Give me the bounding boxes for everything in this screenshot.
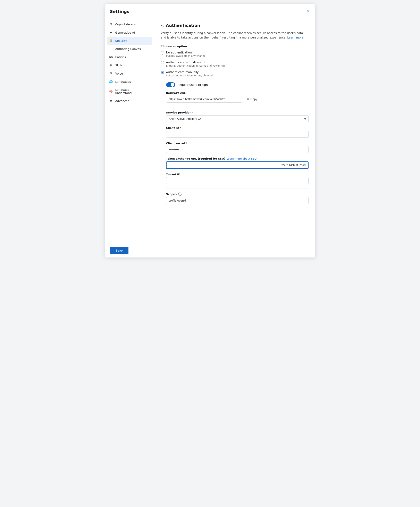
- sidebar-item-languages[interactable]: 🌐Languages: [107, 78, 152, 86]
- microsoft-auth-subtitle: Entra ID authentication in Teams and Pow…: [166, 64, 226, 67]
- skills-icon: ⊕: [109, 63, 113, 67]
- client-secret-input[interactable]: [166, 146, 309, 153]
- no-auth-subtitle: Publicly available in any channel: [166, 55, 206, 57]
- sidebar-item-security[interactable]: 🔒Security: [107, 37, 152, 45]
- client-id-label: Client ID *: [166, 127, 309, 129]
- no-auth-label: No authentication: [166, 51, 206, 54]
- manual-auth-radio[interactable]: [161, 71, 164, 74]
- toggle-slider: [166, 82, 175, 87]
- redirect-url-input[interactable]: [166, 96, 242, 103]
- tenant-id-input[interactable]: [166, 177, 309, 184]
- entities-icon: ab: [109, 55, 113, 59]
- service-provider-label: Service provider *: [166, 111, 309, 114]
- token-exchange-label-row: Token exchange URL (required for SSO) Le…: [166, 157, 309, 160]
- microsoft-auth-label: Authenticate with Microsoft: [166, 61, 226, 64]
- sidebar-label-copilot-details: Copilot details: [115, 23, 136, 26]
- sidebar-item-advanced[interactable]: ≡Advanced: [107, 97, 152, 105]
- client-secret-required-star: *: [186, 142, 187, 145]
- sidebar-label-skills: Skills: [115, 64, 123, 67]
- authoring-canvas-icon: ⊞: [109, 47, 113, 51]
- scopes-divider: [166, 188, 309, 189]
- token-exchange-url-field: Token exchange URL (required for SSO) Le…: [166, 157, 309, 169]
- sidebar-item-generative-ai[interactable]: ✦Generative AI: [107, 29, 152, 36]
- sidebar-label-languages: Languages: [115, 80, 131, 83]
- sidebar-label-authoring-canvas: Authoring Canvas: [115, 47, 141, 51]
- content-area: ⚙Copilot details✦Generative AI🔒Security⊞…: [105, 18, 315, 243]
- language-understanding-icon: 🧠: [109, 90, 113, 93]
- manual-auth-subtitle: Set up authentication for any channel: [166, 74, 213, 77]
- settings-window: Settings × ⚙Copilot details✦Generative A…: [105, 4, 315, 258]
- scopes-field: Scopes i: [166, 193, 309, 204]
- copilot-details-icon: ⚙: [109, 22, 113, 26]
- sidebar-label-advanced: Advanced: [115, 99, 129, 103]
- tenant-id-label: Tenant ID: [166, 173, 309, 176]
- no-auth-radio[interactable]: [161, 51, 164, 55]
- auth-options: No authentication Publicly available in …: [161, 51, 309, 208]
- client-secret-field: Client secret *: [166, 142, 309, 153]
- scopes-input[interactable]: [166, 197, 309, 204]
- copy-button[interactable]: ⧉ Copy: [244, 96, 261, 102]
- toggle-label: Require users to sign in: [178, 83, 211, 86]
- window-title: Settings: [110, 9, 129, 14]
- title-bar: Settings ×: [105, 4, 315, 18]
- sidebar-label-voice: Voice: [115, 72, 123, 75]
- sso-learn-more-link[interactable]: Learn more about SSO: [227, 157, 257, 160]
- service-provider-field: Service provider * Azure Active Director…: [166, 111, 309, 122]
- client-secret-label: Client secret *: [166, 142, 309, 145]
- sidebar-item-copilot-details[interactable]: ⚙Copilot details: [107, 21, 152, 28]
- required-star: *: [192, 111, 193, 114]
- sidebar-item-authoring-canvas[interactable]: ⊞Authoring Canvas: [107, 45, 152, 53]
- learn-more-link[interactable]: Learn more: [287, 36, 304, 39]
- back-arrow[interactable]: <: [161, 23, 164, 28]
- client-id-field: Client ID *: [166, 127, 309, 138]
- manual-auth-option[interactable]: Authenticate manually Set up authenticat…: [161, 70, 309, 77]
- token-exchange-url-input[interactable]: [166, 162, 309, 169]
- manual-auth-label: Authenticate manually: [166, 70, 213, 74]
- sidebar-item-voice[interactable]: 🎙Voice: [107, 70, 152, 77]
- advanced-icon: ≡: [109, 99, 113, 103]
- close-button[interactable]: ×: [306, 8, 310, 14]
- microsoft-auth-radio[interactable]: [161, 61, 164, 64]
- save-button[interactable]: Save: [110, 247, 128, 254]
- page-title: Authentication: [166, 23, 200, 28]
- sidebar-item-entities[interactable]: abEntities: [107, 53, 152, 61]
- manual-auth-section: Require users to sign in Redirect URL ⧉ …: [166, 82, 309, 208]
- token-exchange-label: Token exchange URL (required for SSO): [166, 157, 225, 160]
- voice-icon: 🎙: [109, 72, 113, 75]
- toggle-row: Require users to sign in: [166, 82, 309, 87]
- client-id-input[interactable]: [166, 131, 309, 138]
- scopes-info-icon[interactable]: i: [178, 193, 182, 196]
- sidebar-label-generative-ai: Generative AI: [115, 31, 135, 34]
- no-auth-option[interactable]: No authentication Publicly available in …: [161, 51, 309, 57]
- generative-ai-icon: ✦: [109, 31, 113, 35]
- service-provider-select[interactable]: Azure Active Directory v2 Azure Active D…: [166, 115, 309, 122]
- choose-option-label: Choose an option: [161, 45, 309, 48]
- sidebar-label-entities: Entities: [115, 56, 126, 59]
- sign-in-toggle[interactable]: [166, 82, 175, 87]
- client-id-required-star: *: [180, 127, 181, 129]
- page-header: < Authentication: [161, 23, 309, 28]
- sidebar-item-skills[interactable]: ⊕Skills: [107, 62, 152, 69]
- redirect-url-label: Redirect URL: [166, 91, 309, 94]
- sidebar-item-language-understanding[interactable]: 🧠Language understandi...: [107, 86, 152, 97]
- divider: [166, 107, 309, 107]
- sidebar-label-security: Security: [115, 39, 127, 42]
- footer: Save: [105, 243, 315, 258]
- copy-icon: ⧉: [247, 97, 249, 101]
- security-icon: 🔒: [109, 39, 113, 42]
- languages-icon: 🌐: [109, 80, 113, 84]
- main-content: < Authentication Verify a user's identit…: [154, 18, 315, 243]
- tenant-id-field: Tenant ID: [166, 173, 309, 184]
- service-provider-select-wrapper: Azure Active Directory v2 Azure Active D…: [166, 115, 309, 122]
- sidebar-label-language-understanding: Language understandi...: [115, 88, 150, 95]
- redirect-url-field: Redirect URL ⧉ Copy: [166, 91, 309, 103]
- microsoft-auth-option[interactable]: Authenticate with Microsoft Entra ID aut…: [161, 61, 309, 67]
- sidebar: ⚙Copilot details✦Generative AI🔒Security⊞…: [105, 18, 154, 243]
- scopes-label: Scopes i: [166, 193, 309, 196]
- page-description: Verify a user's identity during a conver…: [161, 31, 309, 40]
